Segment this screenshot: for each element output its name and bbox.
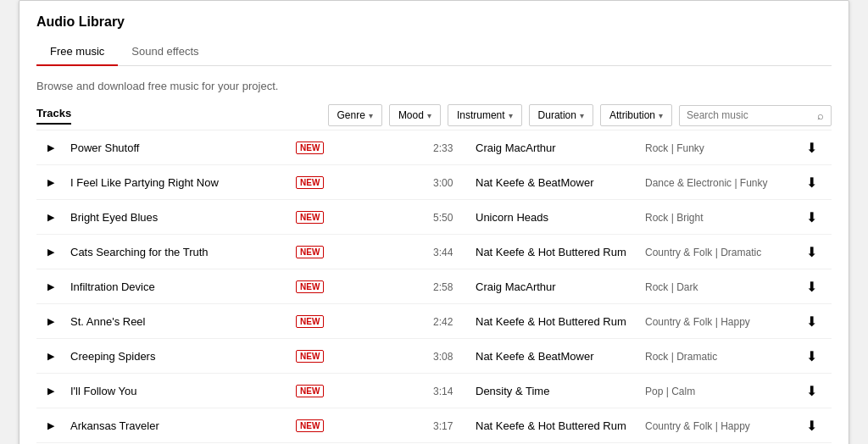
play-cell: ▶ — [36, 339, 65, 374]
play-button[interactable]: ▶ — [42, 312, 60, 330]
duration-filter[interactable]: Duration ▾ — [529, 104, 593, 126]
download-button[interactable]: ⬇ — [806, 244, 817, 260]
table-row: ▶ I Feel Like Partying Right Now NEW 3:0… — [36, 165, 832, 200]
spacer-cell — [331, 165, 428, 200]
track-duration: 3:44 — [428, 235, 470, 269]
attribution-filter[interactable]: Attribution ▾ — [600, 104, 672, 126]
play-button[interactable]: ▶ — [42, 208, 60, 226]
download-cell: ⬇ — [801, 200, 832, 235]
track-duration: 3:00 — [428, 165, 470, 200]
new-badge-cell: NEW — [291, 269, 331, 304]
play-button[interactable]: ▶ — [42, 138, 60, 157]
spacer-cell — [331, 408, 428, 443]
search-input[interactable] — [687, 109, 817, 121]
new-badge: NEW — [296, 142, 324, 154]
track-title: Power Shutoff — [65, 130, 291, 165]
play-button[interactable]: ▶ — [42, 347, 60, 365]
download-cell: ⬇ — [801, 339, 832, 374]
genre-filter[interactable]: Genre ▾ — [328, 104, 382, 126]
track-title: Cats Searching for the Truth — [65, 235, 291, 269]
genre-chevron-icon: ▾ — [369, 111, 373, 120]
page-subtitle: Browse and download free music for your … — [36, 80, 832, 92]
table-row: ▶ Bright Eyed Blues NEW 5:50 Unicorn Hea… — [36, 200, 832, 235]
new-badge-cell: NEW — [291, 304, 331, 339]
new-badge-cell: NEW — [291, 374, 331, 408]
download-button[interactable]: ⬇ — [806, 348, 817, 364]
new-badge-cell: NEW — [291, 235, 331, 269]
new-badge: NEW — [296, 315, 324, 328]
spacer-cell — [331, 374, 428, 408]
mood-filter[interactable]: Mood ▾ — [389, 104, 441, 126]
download-cell: ⬇ — [801, 165, 832, 200]
table-row: ▶ I'll Follow You NEW 3:14 Density & Tim… — [36, 374, 832, 408]
tab-bar: Free music Sound effects — [36, 38, 832, 66]
new-badge-cell: NEW — [291, 200, 331, 235]
spacer-cell — [331, 200, 428, 235]
play-cell: ▶ — [36, 374, 65, 408]
play-button[interactable]: ▶ — [42, 242, 60, 261]
new-badge-cell: NEW — [291, 130, 331, 165]
tab-sound-effects[interactable]: Sound effects — [118, 38, 212, 66]
track-title: I'll Follow You — [65, 374, 291, 408]
play-cell: ▶ — [36, 130, 65, 165]
track-artist: Nat Keefe & BeatMower — [470, 339, 640, 374]
play-cell: ▶ — [36, 200, 65, 235]
track-tags: Pop | Calm — [640, 374, 801, 408]
play-cell: ▶ — [36, 235, 65, 269]
track-title: Creeping Spiders — [65, 339, 291, 374]
track-artist: Nat Keefe & Hot Buttered Rum — [470, 235, 640, 269]
track-duration: 2:42 — [428, 304, 470, 339]
download-cell: ⬇ — [801, 374, 832, 408]
track-title: I Feel Like Partying Right Now — [65, 165, 291, 200]
spacer-cell — [331, 339, 428, 374]
track-artist: Nat Keefe & Hot Buttered Rum — [470, 408, 640, 443]
download-button[interactable]: ⬇ — [806, 383, 817, 399]
download-cell: ⬇ — [801, 408, 832, 443]
duration-chevron-icon: ▾ — [580, 111, 584, 120]
track-artist: Nat Keefe & BeatMower — [470, 165, 640, 200]
track-artist: Unicorn Heads — [470, 200, 640, 235]
play-button[interactable]: ▶ — [42, 416, 60, 435]
download-cell: ⬇ — [801, 304, 832, 339]
tracks-label: Tracks — [36, 107, 71, 125]
table-row: ▶ Arkansas Traveler NEW 3:17 Nat Keefe &… — [36, 408, 832, 443]
search-box[interactable]: ⌕ — [679, 105, 832, 126]
instrument-filter[interactable]: Instrument ▾ — [448, 104, 522, 126]
download-button[interactable]: ⬇ — [806, 279, 817, 295]
instrument-chevron-icon: ▾ — [509, 111, 513, 120]
track-title: Infiltration Device — [65, 269, 291, 304]
track-tags: Rock | Bright — [640, 200, 801, 235]
track-tags: Dance & Electronic | Funky — [640, 165, 801, 200]
search-icon: ⌕ — [817, 109, 824, 122]
download-button[interactable]: ⬇ — [806, 314, 817, 330]
track-artist: Nat Keefe & Hot Buttered Rum — [470, 304, 640, 339]
download-button[interactable]: ⬇ — [806, 209, 817, 225]
mood-chevron-icon: ▾ — [427, 111, 431, 120]
track-title: Arkansas Traveler — [65, 408, 291, 443]
download-button[interactable]: ⬇ — [806, 140, 817, 156]
audio-library-window: Audio Library Free music Sound effects B… — [19, 0, 849, 444]
download-cell: ⬇ — [801, 269, 832, 304]
track-artist: Craig MacArthur — [470, 130, 640, 165]
play-button[interactable]: ▶ — [42, 381, 60, 400]
track-tags: Country & Folk | Dramatic — [640, 235, 801, 269]
track-title: Bright Eyed Blues — [65, 200, 291, 235]
play-button[interactable]: ▶ — [42, 173, 60, 191]
new-badge: NEW — [296, 385, 324, 397]
download-button[interactable]: ⬇ — [806, 418, 817, 434]
new-badge-cell: NEW — [291, 408, 331, 443]
table-row: ▶ Power Shutoff NEW 2:33 Craig MacArthur… — [36, 130, 832, 165]
table-row: ▶ St. Anne's Reel NEW 2:42 Nat Keefe & H… — [36, 304, 832, 339]
download-cell: ⬇ — [801, 130, 832, 165]
download-button[interactable]: ⬇ — [806, 175, 817, 191]
new-badge: NEW — [296, 176, 324, 189]
track-tags: Country & Folk | Happy — [640, 408, 801, 443]
play-cell: ▶ — [36, 408, 65, 443]
toolbar: Tracks Genre ▾ Mood ▾ Instrument ▾ Durat… — [36, 104, 832, 126]
new-badge-cell: NEW — [291, 165, 331, 200]
play-button[interactable]: ▶ — [42, 277, 60, 296]
table-row: ▶ Creeping Spiders NEW 3:08 Nat Keefe & … — [36, 339, 832, 374]
track-duration: 2:58 — [428, 269, 470, 304]
tab-free-music[interactable]: Free music — [36, 38, 118, 66]
spacer-cell — [331, 304, 428, 339]
